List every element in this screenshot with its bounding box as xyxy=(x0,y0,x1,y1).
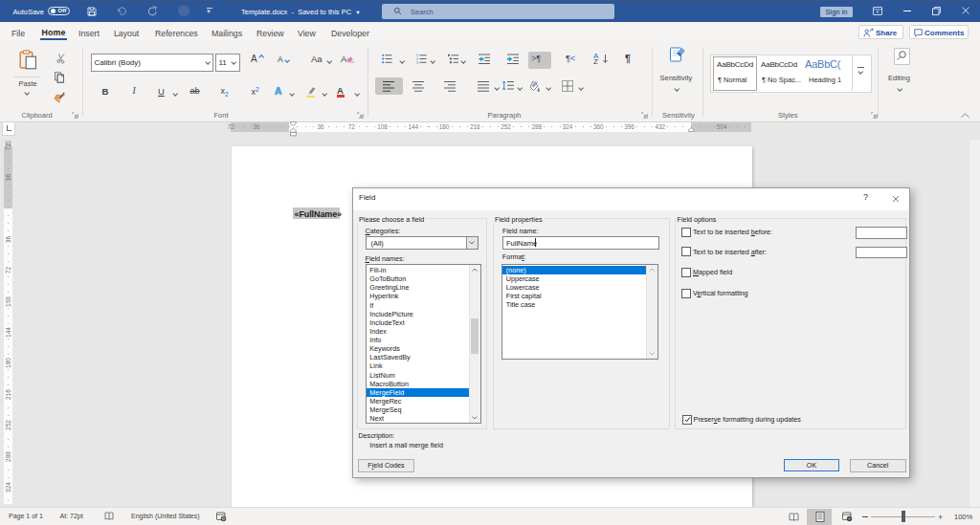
svg-text:3: 3 xyxy=(416,61,418,65)
